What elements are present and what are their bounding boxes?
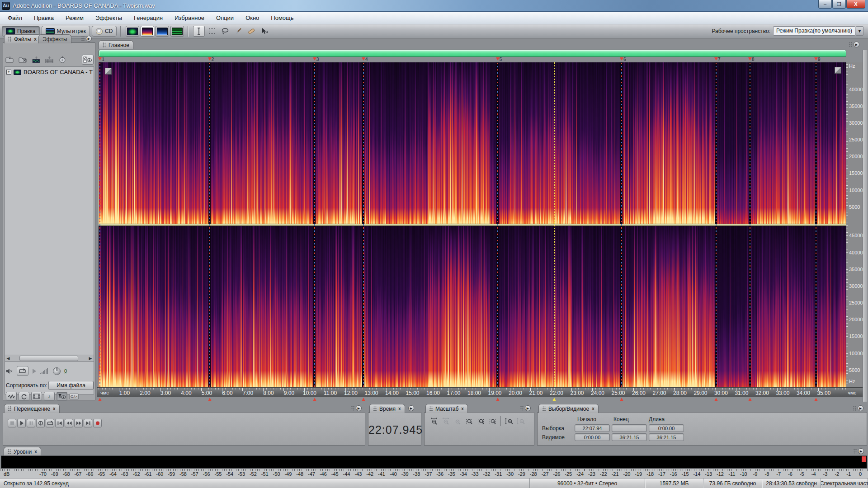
selection-end-field[interactable] (612, 424, 647, 432)
zoom-sel-right-button[interactable] (488, 417, 498, 425)
file-list-hscrollbar[interactable]: ◀ ▶ (5, 355, 94, 362)
marker-anchor-5[interactable] (496, 398, 500, 401)
record-button[interactable] (93, 419, 102, 427)
selection-start-field[interactable]: 22:07.94 (575, 424, 610, 432)
scrollbar-thumb[interactable] (19, 356, 78, 361)
vertical-zoom-bar[interactable] (863, 50, 868, 402)
view-start-field[interactable]: 0:00.00 (575, 433, 610, 441)
zoom-in-h-button[interactable] (429, 417, 439, 425)
menu-item-4[interactable]: Эффекты (90, 13, 128, 23)
show-loop-files-button[interactable] (19, 392, 29, 401)
zoom-panel-menu[interactable]: ▶ (520, 405, 532, 411)
marker-anchor-7[interactable] (714, 398, 718, 401)
display-range-handle-left[interactable] (105, 68, 112, 75)
tab-selection-view[interactable]: Выбор/Видимое x (538, 404, 599, 413)
spectral-display-button[interactable] (141, 26, 154, 37)
time-selection-tool[interactable] (193, 26, 205, 37)
menu-item-6[interactable]: Избранное (169, 13, 210, 23)
close-tab-icon[interactable]: x (34, 449, 37, 454)
tab-files[interactable]: Файлы x (4, 34, 41, 43)
spot-healing-brush-tool[interactable] (245, 26, 257, 37)
minimize-button[interactable]: – (818, 0, 832, 9)
show-video-files-button[interactable] (31, 392, 42, 401)
marker-anchor-3[interactable] (313, 398, 316, 401)
transport-panel-menu[interactable]: ▶ (351, 405, 363, 411)
selection-length-field[interactable]: 0:00.00 (649, 424, 684, 432)
rewind-button[interactable] (65, 419, 73, 427)
play-loop-button[interactable] (46, 419, 54, 427)
marker-anchor-6[interactable] (620, 398, 623, 401)
current-time-display[interactable]: 22:07.945 (368, 423, 421, 436)
show-options-toggle[interactable] (82, 55, 94, 65)
main-panel-menu[interactable]: ▶ (849, 42, 861, 47)
close-tab-icon[interactable]: x (592, 406, 594, 411)
marker-anchor-8[interactable] (748, 398, 752, 401)
marker-1[interactable]: 1 (98, 57, 104, 61)
marker-9[interactable]: 9 (814, 57, 821, 61)
files-panel-menu[interactable]: ▶ (81, 36, 93, 42)
range-overview-bar[interactable] (99, 50, 846, 57)
zoom-selection-button[interactable] (464, 417, 474, 425)
marquee-selection-tool[interactable] (206, 26, 218, 37)
marker-anchor-9[interactable] (814, 398, 818, 401)
restore-button[interactable]: ❐ (832, 0, 846, 9)
fast-forward-button[interactable] (74, 419, 83, 427)
spectral-pan-display-button[interactable] (156, 26, 169, 37)
level-meter[interactable] (1, 455, 867, 469)
go-start-button[interactable] (55, 419, 64, 427)
timeline-ruler[interactable]: чмс1:002:003:004:005:006:007:008:009:001… (97, 387, 863, 397)
menu-item-3[interactable]: Режим (60, 13, 90, 23)
stop-button[interactable] (8, 419, 16, 427)
scroll-left-icon[interactable]: ◀ (5, 356, 11, 361)
insert-into-multitrack-button[interactable] (31, 56, 41, 64)
file-list-item[interactable]: + BOARDS OF CANADA - T (5, 67, 94, 75)
titlebar[interactable]: Au Adobe Audition - BOARDS OF CANADA - T… (0, 0, 868, 12)
tab-effects[interactable]: Эффекты (38, 34, 71, 43)
workspace-select[interactable]: Режим Правка(по умолчанию) (773, 26, 855, 36)
waveform-display-button[interactable] (126, 26, 139, 37)
marker-7[interactable]: 7 (714, 57, 721, 61)
zoom-in-v-button[interactable] (504, 417, 514, 425)
scroll-right-icon[interactable]: ▶ (87, 356, 94, 361)
marker-3[interactable]: 3 (313, 57, 319, 61)
pause-button[interactable] (27, 419, 35, 427)
spectral-display[interactable] (99, 62, 846, 387)
preview-volume-knob[interactable] (53, 367, 61, 375)
close-tab-icon[interactable]: x (398, 406, 401, 411)
preview-volume-value[interactable]: 0 (64, 368, 67, 374)
menu-item-5[interactable]: Генерация (128, 13, 169, 23)
spectral-phase-display-button[interactable] (170, 26, 184, 37)
sort-by-select[interactable]: Имя файла (48, 381, 94, 390)
db-scale[interactable]: dB-70-69-68-67-66-65-64-63-62-61-60-59-5… (0, 469, 868, 478)
close-tab-icon[interactable]: x (461, 406, 464, 411)
loop-preview-button[interactable] (17, 366, 28, 376)
scrub-tool[interactable] (259, 26, 270, 37)
selection-panel-menu[interactable]: ▶ (853, 405, 865, 411)
clip-indicator[interactable] (862, 456, 866, 462)
zoom-out-v-button[interactable] (516, 417, 526, 425)
filter-options-button[interactable] (57, 392, 67, 401)
advanced-options-icon[interactable]: C:\> (69, 394, 79, 399)
menu-item-9[interactable]: Помощь (265, 13, 299, 23)
preview-play-icon[interactable] (32, 369, 37, 374)
menu-item-8[interactable]: Окно (240, 13, 265, 23)
mute-speaker-icon[interactable] (6, 368, 13, 374)
view-end-field[interactable]: 36:21.15 (612, 433, 647, 441)
play-button[interactable] (17, 419, 26, 427)
marker-6[interactable]: 6 (620, 57, 626, 61)
play-spool-button[interactable] (36, 419, 45, 427)
close-tab-icon[interactable]: x (34, 37, 37, 42)
marker-anchor-2[interactable] (208, 398, 212, 401)
marker-5[interactable]: 5 (496, 57, 502, 61)
effects-paintbrush-tool[interactable] (232, 26, 244, 37)
menu-item-7[interactable]: Опции (210, 13, 240, 23)
playhead-anchor[interactable] (552, 398, 556, 401)
time-panel-menu[interactable]: ▶ (408, 405, 420, 411)
menu-item-1[interactable]: Файл (2, 13, 28, 23)
zoom-sel-left-button[interactable] (476, 417, 486, 425)
close-tab-icon[interactable]: x (53, 406, 56, 411)
frequency-ruler[interactable]: Hz40000350003000025000200001500010000500… (846, 62, 863, 387)
tab-zoom[interactable]: Масштаб x (425, 404, 468, 413)
zoom-full-button[interactable] (453, 417, 462, 425)
insert-into-cd-button[interactable] (44, 56, 54, 64)
